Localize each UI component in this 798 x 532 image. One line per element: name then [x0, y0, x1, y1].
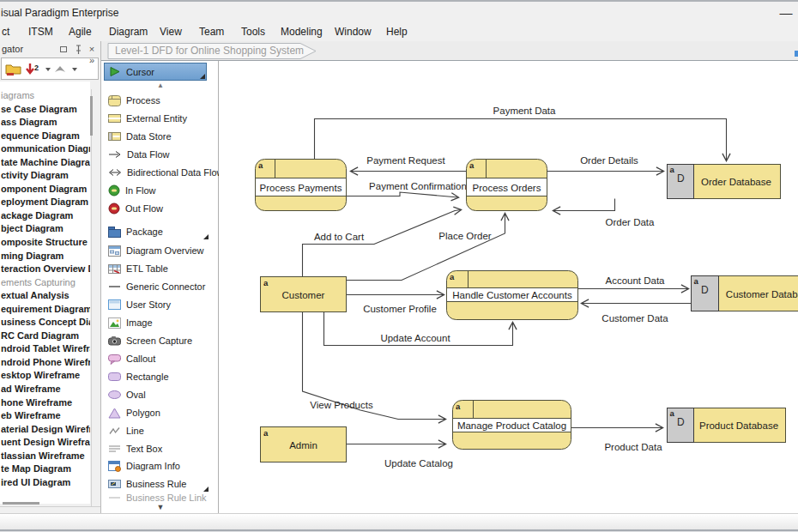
- menu-item-modeling[interactable]: Modeling: [281, 26, 323, 38]
- data-store-product-database[interactable]: a D Product Database: [668, 408, 786, 443]
- tool-screen-capture[interactable]: Screen Capture: [104, 332, 215, 349]
- tree-item-use-case[interactable]: se Case Diagram: [1, 103, 90, 117]
- tree-item-interaction[interactable]: teraction Overview D: [1, 263, 90, 276]
- menu-item-window[interactable]: Window: [335, 26, 372, 38]
- process-manage-product-catalog[interactable]: a Manage Product Catalog: [453, 401, 571, 450]
- tree-item-composite[interactable]: omposite Structure D: [1, 236, 90, 250]
- tool-cursor[interactable]: Cursor: [104, 63, 207, 81]
- toolbar-overflow-icon[interactable]: »: [89, 55, 94, 65]
- tool-user-story[interactable]: User Story: [104, 296, 215, 313]
- toolbox-scroll-down-icon[interactable]: ▼: [102, 503, 219, 511]
- tool-image[interactable]: Image: [104, 314, 215, 331]
- tree-vertical-scroll-thumb[interactable]: [90, 96, 93, 136]
- tree-horizontal-scroll-thumb[interactable]: [3, 502, 39, 505]
- data-store-order-database[interactable]: a D Order Database: [668, 165, 781, 199]
- tree-item-package[interactable]: ackage Diagram: [1, 209, 90, 223]
- menu-item-itsm[interactable]: ITSM: [28, 26, 53, 38]
- tree-item-activity[interactable]: ctivity Diagram: [1, 169, 90, 183]
- float-window-icon[interactable]: [60, 46, 67, 52]
- flow-payment-confirmation[interactable]: [347, 192, 459, 197]
- tree-item-desktop-wireframe[interactable]: esktop Wireframe: [1, 369, 90, 383]
- tool-diagram-info[interactable]: Diagram Info: [104, 457, 215, 475]
- menu-item-team[interactable]: Team: [199, 26, 224, 38]
- tool-generic-connector[interactable]: Generic Connector: [104, 278, 215, 295]
- process-process-payments[interactable]: a Process Payments: [256, 160, 347, 211]
- flow-order-data[interactable]: [553, 199, 615, 211]
- tool-business-rule-link[interactable]: Business Rule Link: [104, 493, 215, 502]
- tree-item-object[interactable]: bject Diagram: [1, 222, 90, 236]
- pin-icon[interactable]: [74, 45, 83, 55]
- tree-group-requirements[interactable]: ements Capturing: [1, 276, 90, 290]
- tree-horizontal-scrollbar[interactable]: [0, 506, 100, 507]
- tree-item-component[interactable]: omponent Diagram: [1, 183, 90, 196]
- business-rule-icon: [108, 479, 121, 489]
- tree-item-web-wireframe[interactable]: eb Wireframe: [1, 409, 90, 423]
- tab-scroll-indicator[interactable]: [795, 51, 798, 57]
- tree-item-requirement[interactable]: equirement Diagram: [1, 303, 90, 317]
- tree-item-crc-card[interactable]: RC Card Diagram: [1, 329, 90, 343]
- tool-data-store[interactable]: Data Store: [104, 128, 215, 145]
- collapse-up-icon[interactable]: [53, 63, 67, 75]
- data-store-customer-database[interactable]: a D Customer Database: [692, 276, 798, 311]
- tree-item-iphone-wireframe[interactable]: hone Wireframe: [1, 396, 90, 410]
- external-entity-admin[interactable]: a Admin: [261, 427, 347, 462]
- menu-item-help[interactable]: Help: [386, 26, 408, 38]
- tree-item-android-tablet[interactable]: ndroid Tablet Wirefra: [1, 342, 90, 356]
- tool-callout[interactable]: Callout: [104, 350, 215, 367]
- tree-item-class[interactable]: ass Diagram: [1, 116, 90, 130]
- menu-item-diagram[interactable]: Diagram: [109, 26, 148, 38]
- tree-item-android-phone[interactable]: ndroid Phone Wirefra: [1, 356, 90, 370]
- tree-item-timing[interactable]: ming Diagram: [1, 250, 90, 263]
- flow-payment-data[interactable]: [315, 119, 727, 161]
- tree-item-fluent-design[interactable]: uent Design Wirefram: [1, 436, 90, 450]
- tree-item-ipad-wireframe[interactable]: ad Wireframe: [1, 383, 90, 396]
- tool-external-entity[interactable]: External Entity: [104, 110, 215, 127]
- tool-bidirectional-data-flow[interactable]: Bidirectional Data Flow: [104, 164, 215, 181]
- tool-polygon[interactable]: Polygon: [104, 404, 215, 421]
- menu-item-view[interactable]: View: [160, 26, 182, 38]
- tree-item-state-machine[interactable]: tate Machine Diagram: [1, 156, 90, 170]
- tool-business-rule[interactable]: Business Rule: [104, 475, 215, 493]
- tool-package[interactable]: Package: [104, 223, 215, 240]
- tool-in-flow[interactable]: In Flow: [104, 182, 215, 199]
- tree-item-atlassian[interactable]: tlassian Wireframe: [1, 450, 90, 463]
- tool-line[interactable]: Line: [104, 422, 215, 439]
- tree-item-sequence[interactable]: equence Diagram: [1, 130, 90, 143]
- tool-etl-table[interactable]: ETL Table: [104, 260, 215, 277]
- tree-item-communication[interactable]: ommunication Diagra: [1, 142, 90, 156]
- tool-oval[interactable]: Oval: [104, 386, 215, 403]
- menu-item-project[interactable]: ct: [2, 26, 9, 38]
- diagram-canvas[interactable]: Payment Data Payment Request Payment Con…: [219, 61, 798, 513]
- sort-dropdown-caret-icon[interactable]: [45, 68, 51, 71]
- tree-group-diagrams[interactable]: iagrams: [1, 89, 90, 103]
- menu-item-tools[interactable]: Tools: [241, 26, 265, 38]
- tab-title[interactable]: Level-1 DFD for Online Shopping System: [115, 45, 304, 57]
- tree-item-wired-ui[interactable]: ired UI Diagram: [1, 476, 90, 490]
- flow-add-to-cart[interactable]: [303, 210, 462, 277]
- menu-item-agile[interactable]: Agile: [69, 26, 92, 38]
- minimize-button[interactable]: —: [775, 3, 797, 22]
- process-handle-customer-accounts[interactable]: a Handle Customer Accounts: [447, 271, 578, 320]
- sort-icon[interactable]: 2: [25, 62, 40, 77]
- close-icon[interactable]: ×: [87, 44, 97, 54]
- tool-diagram-overview[interactable]: Diagram Overview: [104, 242, 215, 259]
- tree-item-textual-analysis[interactable]: extual Analysis: [1, 289, 90, 303]
- tree-item-site-map[interactable]: te Map Diagram: [1, 462, 90, 476]
- svg-text:Process Payments: Process Payments: [260, 183, 342, 193]
- tree-item-material-design[interactable]: aterial Design Wirefr: [1, 423, 90, 437]
- tree-item-business-concept[interactable]: usiness Concept Diag: [1, 316, 90, 329]
- tool-data-flow[interactable]: Data Flow: [104, 146, 215, 163]
- toolbox-scroll-up-icon[interactable]: ▲: [102, 82, 219, 89]
- tree-vertical-scrollbar[interactable]: [91, 89, 92, 506]
- open-project-icon[interactable]: [5, 62, 22, 77]
- flow-label: Order Details: [580, 155, 638, 166]
- tool-process[interactable]: Process: [104, 92, 215, 109]
- external-entity-customer[interactable]: a Customer: [261, 277, 347, 312]
- tool-rectangle[interactable]: Rectangle: [104, 368, 215, 385]
- tool-out-flow[interactable]: Out Flow: [104, 200, 215, 217]
- collapse-dropdown-caret-icon[interactable]: [72, 68, 77, 71]
- flow-place-order[interactable]: [347, 214, 505, 281]
- tool-text-box[interactable]: Text Box: [104, 440, 215, 457]
- tree-item-deployment[interactable]: eployment Diagram: [1, 196, 90, 209]
- process-process-orders[interactable]: a Process Orders: [467, 160, 547, 211]
